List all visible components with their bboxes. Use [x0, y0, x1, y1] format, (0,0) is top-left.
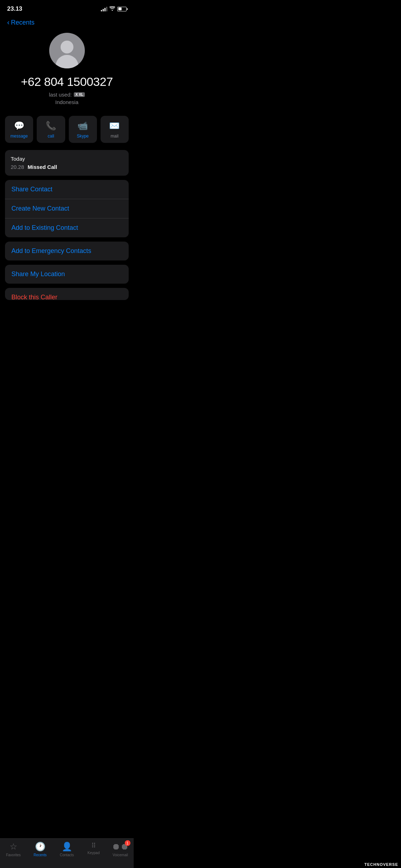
call-entry: 20.28 Missed Call [11, 164, 123, 170]
call-time: 20.28 [11, 164, 24, 170]
wifi-icon [109, 6, 115, 12]
add-to-existing-label: Add to Existing Contact [11, 224, 78, 232]
battery-level [118, 7, 122, 10]
mail-button[interactable]: ✉️ mail [101, 116, 129, 143]
call-label: call [48, 134, 54, 139]
add-emergency-card[interactable]: Add to Emergency Contacts [5, 242, 129, 260]
last-used-label: last used: [49, 92, 72, 98]
menu-group-1: Share Contact Create New Contact Add to … [5, 180, 129, 237]
call-history-section-title: Today [11, 156, 123, 162]
avatar-figure [56, 41, 78, 68]
country: Indonesia [55, 99, 78, 105]
skype-button[interactable]: 📹 Skype [69, 116, 97, 143]
create-new-contact-label: Create New Contact [11, 205, 69, 212]
signal-bars-icon [101, 6, 107, 11]
call-history-card: Today 20.28 Missed Call [5, 150, 129, 176]
back-chevron-icon: ‹ [7, 18, 10, 26]
last-used-row: last used: X XL [49, 92, 84, 98]
bar2 [103, 9, 104, 11]
nav-bar: ‹ Recents [0, 16, 134, 29]
add-to-existing-item[interactable]: Add to Existing Contact [5, 218, 129, 237]
back-button[interactable]: ‹ Recents [7, 19, 35, 26]
bar4 [106, 7, 107, 11]
bar1 [101, 10, 102, 11]
back-label: Recents [11, 19, 35, 26]
bar3 [104, 8, 106, 11]
battery-icon [117, 7, 127, 11]
call-icon: 📞 [46, 121, 56, 131]
create-new-contact-item[interactable]: Create New Contact [5, 199, 129, 218]
contact-section: +62 804 1500327 last used: X XL Indonesi… [0, 29, 134, 112]
message-label: message [10, 134, 28, 139]
add-emergency-label: Add to Emergency Contacts [11, 247, 91, 254]
mail-label: mail [110, 134, 118, 139]
block-caller-label: Block this Caller [11, 294, 57, 300]
status-icons [101, 6, 127, 12]
call-button[interactable]: 📞 call [37, 116, 65, 143]
action-buttons: 💬 message 📞 call 📹 Skype ✉️ mail [0, 112, 134, 150]
message-icon: 💬 [14, 121, 25, 131]
phone-number: +62 804 1500327 [21, 75, 113, 89]
message-button[interactable]: 💬 message [5, 116, 33, 143]
status-time: 23.13 [7, 5, 22, 12]
call-type: Missed Call [28, 164, 57, 170]
share-location-card[interactable]: Share My Location [5, 265, 129, 284]
share-contact-label: Share Contact [11, 186, 52, 193]
avatar-head [61, 41, 73, 53]
status-bar: 23.13 [0, 0, 134, 16]
share-contact-item[interactable]: Share Contact [5, 180, 129, 199]
skype-icon: 📹 [77, 121, 88, 131]
avatar [49, 33, 85, 68]
skype-label: Skype [77, 134, 88, 139]
avatar-body [56, 55, 78, 68]
share-location-label: Share My Location [11, 270, 65, 278]
carrier-badge: X XL [74, 92, 84, 97]
block-caller-card[interactable]: Block this Caller [5, 288, 129, 300]
mail-icon: ✉️ [109, 121, 120, 131]
